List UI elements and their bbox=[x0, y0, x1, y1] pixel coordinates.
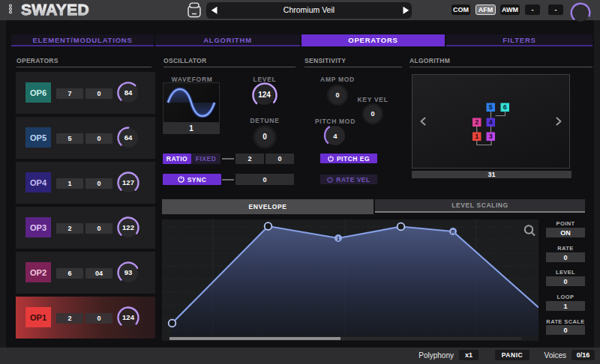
svg-text:1: 1 bbox=[337, 236, 340, 241]
svg-text:6: 6 bbox=[503, 103, 507, 111]
svg-text:R: R bbox=[451, 229, 454, 234]
svg-text:3: 3 bbox=[489, 133, 493, 140]
svg-text:2: 2 bbox=[475, 118, 478, 126]
svg-text:1: 1 bbox=[475, 133, 478, 140]
svg-text:5: 5 bbox=[489, 103, 493, 111]
svg-text:4: 4 bbox=[489, 118, 493, 126]
